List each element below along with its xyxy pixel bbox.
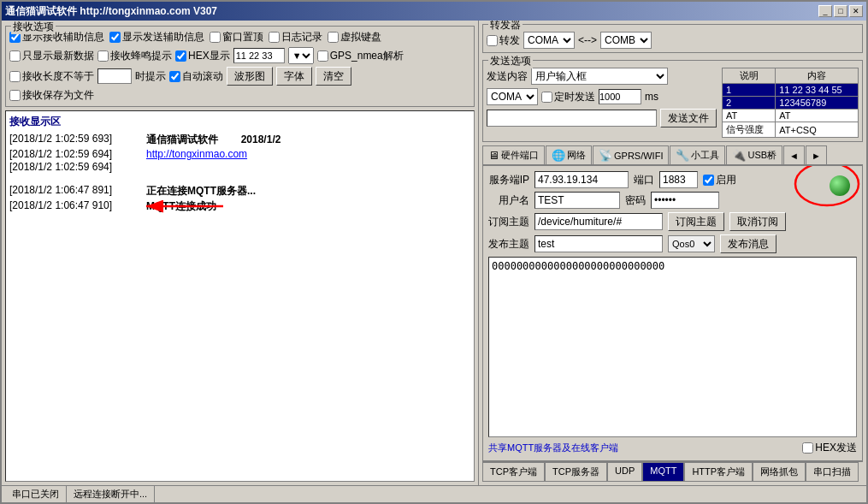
desc-header1: 说明 xyxy=(723,68,776,84)
bottom-tab-网络抓包[interactable]: 网络抓包 xyxy=(753,462,806,482)
send-options-title: 发送选项 xyxy=(488,54,533,68)
desc-table-row[interactable]: 信号强度AT+CSQ xyxy=(723,122,859,138)
network-icon: 🌐 xyxy=(552,149,565,162)
tab-network[interactable]: 🌐 网络 xyxy=(546,145,592,164)
font-btn[interactable]: 字体 xyxy=(276,67,312,86)
qos-select[interactable]: Qos0 xyxy=(668,235,715,252)
publish-input[interactable] xyxy=(534,235,663,252)
cb7-label[interactable]: 接收蜂鸣提示 xyxy=(97,49,172,63)
tab-gprs[interactable]: 📡 GPRS/WIFI xyxy=(593,145,669,164)
tab-next[interactable]: ► xyxy=(806,145,827,164)
cb10-label[interactable]: 接收长度不等于 xyxy=(9,69,94,84)
wave-btn[interactable]: 波形图 xyxy=(227,67,273,86)
timer-value-input[interactable] xyxy=(599,89,641,104)
bottom-tab-TCP客户端[interactable]: TCP客户端 xyxy=(482,462,545,482)
window-title: 通信猫调试软件 http://tongxinmao.com V307 xyxy=(5,4,217,19)
cb2-show-send[interactable] xyxy=(109,32,121,43)
desc-id: 信号强度 xyxy=(723,122,776,138)
maximize-button[interactable]: □ xyxy=(834,5,847,17)
comb-select[interactable]: COMB xyxy=(600,32,652,49)
mqtt-content: 服务端IP 端口 启用 用户名 xyxy=(482,166,863,461)
hex-dropdown[interactable]: ▼ xyxy=(288,47,314,64)
enabled-checkbox[interactable] xyxy=(703,175,714,186)
username-input[interactable] xyxy=(534,192,620,209)
publish-label: 发布主题 xyxy=(488,237,529,252)
cb5-keyboard[interactable] xyxy=(328,32,339,43)
bottom-tab-TCP服务器[interactable]: TCP服务器 xyxy=(545,462,607,482)
length-input[interactable] xyxy=(97,68,132,84)
cb4-label[interactable]: 日志记录 xyxy=(269,30,322,44)
cb8-label[interactable]: HEX显示 xyxy=(175,49,230,63)
cb9-gps[interactable] xyxy=(317,50,328,62)
mqtt-shared-link[interactable]: 共享MQTT服务器及在线客户端 xyxy=(488,442,618,454)
minimize-button[interactable]: _ xyxy=(818,5,832,17)
forward-checkbox-label[interactable]: 转发 xyxy=(487,33,520,48)
right-panel: 转发器 转发 COMA <--> COMB 发送选项 xyxy=(479,21,866,485)
enabled-checkbox-label[interactable]: 启用 xyxy=(703,173,736,187)
desc-table-row[interactable]: ATAT xyxy=(723,110,859,122)
cb5-label[interactable]: 虚拟键盘 xyxy=(328,30,381,44)
connection-indicator xyxy=(830,175,850,196)
mqtt-content-input[interactable]: 0000000000000000000000000000 xyxy=(488,257,857,437)
send-file-btn[interactable]: 发送文件 xyxy=(660,109,717,127)
timer-checkbox-label[interactable]: 定时发送 xyxy=(541,90,595,104)
enabled-label: 启用 xyxy=(716,173,736,187)
cb12-label[interactable]: 接收保存为文件 xyxy=(9,88,94,103)
subscribe-btn[interactable]: 订阅主题 xyxy=(668,212,724,231)
server-ip-input[interactable] xyxy=(534,171,629,188)
desc-table-row[interactable]: 2123456789 xyxy=(723,97,859,110)
desc-content: AT+CSQ xyxy=(776,122,859,138)
coma-select[interactable]: COMA xyxy=(523,32,575,49)
cb6-label[interactable]: 只显示最新数据 xyxy=(9,49,94,63)
cb4-log[interactable] xyxy=(269,32,280,43)
tab-hardware[interactable]: 🖥 硬件端口 xyxy=(482,145,545,164)
cb2-label[interactable]: 显示发送辅助信息 xyxy=(109,30,204,44)
publish-btn[interactable]: 发布消息 xyxy=(720,234,776,253)
close-button[interactable]: ✕ xyxy=(849,5,863,17)
bottom-tab-UDP[interactable]: UDP xyxy=(607,462,642,482)
coma-send-select[interactable]: COMA xyxy=(487,88,538,105)
username-label: 用户名 xyxy=(488,193,529,208)
cb11-label[interactable]: 自动滚动 xyxy=(169,69,223,84)
forward-checkbox[interactable] xyxy=(487,35,498,46)
tab-usb[interactable]: 🔌 USB桥 xyxy=(726,145,782,164)
send-options-left: 发送内容 用户输入框 COMA 定时发送 xyxy=(487,68,717,138)
port-input[interactable] xyxy=(659,171,698,188)
main-window: 通信猫调试软件 http://tongxinmao.com V307 _ □ ✕… xyxy=(0,0,868,504)
password-input[interactable] xyxy=(651,192,719,209)
timer-checkbox[interactable] xyxy=(541,92,552,103)
desc-content: 11 22 33 44 55 xyxy=(776,84,859,97)
title-bar: 通信猫调试软件 http://tongxinmao.com V307 _ □ ✕ xyxy=(2,2,866,21)
clear-btn[interactable]: 清空 xyxy=(316,67,351,86)
hex-send-label[interactable]: HEX发送 xyxy=(802,441,857,455)
display-area-title: 接收显示区 xyxy=(9,115,470,129)
send-content-input[interactable] xyxy=(487,110,657,127)
cb8-hex[interactable] xyxy=(175,50,186,62)
desc-table-row[interactable]: 111 22 33 44 55 xyxy=(723,84,859,97)
subscribe-input[interactable] xyxy=(534,213,663,230)
send-options-group: 发送选项 发送内容 用户输入框 COMA xyxy=(482,60,863,142)
cb12-file[interactable] xyxy=(9,90,21,101)
unsubscribe-btn[interactable]: 取消订阅 xyxy=(729,212,786,231)
subscribe-label: 订阅主题 xyxy=(488,215,529,229)
red-arrow xyxy=(142,198,227,215)
log-line-5: [2018/1/2 1:06:47 910] MQTT连接成功 xyxy=(9,199,470,214)
cb9-label[interactable]: GPS_nmea解析 xyxy=(317,49,404,63)
tab-tools[interactable]: 🔧 小工具 xyxy=(670,145,725,164)
hex-value-input[interactable] xyxy=(233,48,285,63)
cb10-length[interactable] xyxy=(9,71,21,82)
send-content-select[interactable]: 用户输入框 xyxy=(531,68,668,85)
cb3-top[interactable] xyxy=(210,32,221,43)
cb7-beep[interactable] xyxy=(97,50,109,62)
bottom-tab-MQTT[interactable]: MQTT xyxy=(642,462,684,482)
bottom-tab-HTTP客户端[interactable]: HTTP客户端 xyxy=(684,462,753,482)
tongxinmao-link[interactable]: http://tongxinmao.com xyxy=(146,148,247,160)
hex-send-row: 共享MQTT服务器及在线客户端 HEX发送 xyxy=(488,441,857,455)
bottom-tab-串口扫描[interactable]: 串口扫描 xyxy=(806,462,859,482)
cb3-label[interactable]: 窗口置顶 xyxy=(210,30,263,44)
hex-send-checkbox[interactable] xyxy=(802,442,813,454)
cb11-scroll[interactable] xyxy=(169,71,180,82)
tab-prev[interactable]: ◄ xyxy=(783,145,805,164)
status-left: 串口已关闭 xyxy=(5,486,67,502)
cb6-latest[interactable] xyxy=(9,50,21,62)
